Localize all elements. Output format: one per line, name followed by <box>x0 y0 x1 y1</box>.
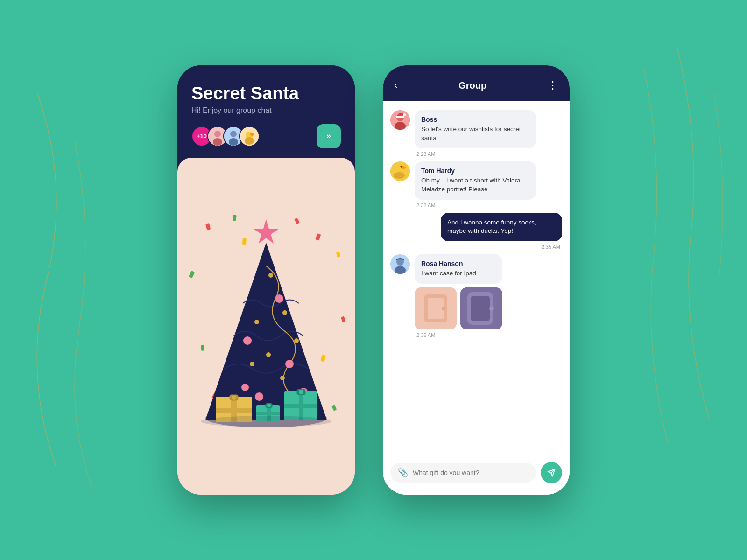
boss-avatar <box>390 110 410 130</box>
rosa-message-bubble: Rosa Hanson I want case for Ipad <box>415 254 502 284</box>
chat-input[interactable] <box>413 469 529 476</box>
message-group-boss: Boss So let's write our wishlists for se… <box>390 110 562 157</box>
left-phone-subtitle: Hi! Enjoy our group chat <box>191 106 341 115</box>
svg-rect-55 <box>284 404 317 408</box>
svg-point-31 <box>241 384 249 391</box>
svg-rect-49 <box>256 412 280 415</box>
svg-point-64 <box>403 113 406 116</box>
boss-message-time: 2:28 AM <box>415 151 536 157</box>
christmas-tree-area <box>177 158 355 495</box>
svg-point-5 <box>229 138 238 146</box>
svg-point-38 <box>250 362 254 366</box>
phones-container: Secret Santa Hi! Enjoy our group chat +1… <box>177 65 570 495</box>
svg-rect-18 <box>201 345 204 351</box>
svg-rect-63 <box>396 116 404 118</box>
svg-rect-43 <box>216 408 252 413</box>
chat-header: ‹ Group ⋮ <box>383 65 570 101</box>
chat-input-wrapper: 📎 <box>390 463 536 483</box>
my-message-content: And I wanna some funny socks, maybe with… <box>441 213 562 250</box>
svg-point-27 <box>243 336 252 345</box>
message-group-my: And I wanna some funny socks, maybe with… <box>390 213 562 250</box>
rosa-avatar <box>390 254 410 274</box>
tom-message-content: Tom Hardy Oh my... I want a t-short with… <box>415 161 536 208</box>
tom-message-time: 2:32 AM <box>415 203 536 208</box>
svg-point-8 <box>245 137 254 145</box>
attach-icon[interactable]: 📎 <box>398 468 408 478</box>
left-phone-title: Secret Santa <box>191 84 341 104</box>
message-group-tom: Tom Hardy Oh my... I want a t-short with… <box>390 161 562 208</box>
my-message-text: And I wanna some funny socks, maybe with… <box>447 218 556 236</box>
boss-sender-name: Boss <box>421 116 529 123</box>
svg-point-34 <box>254 320 259 324</box>
chat-input-area: 📎 <box>383 456 570 495</box>
boss-message-text: So let's write our wishlists for secret … <box>421 125 529 143</box>
image-preview-1[interactable] <box>415 287 457 329</box>
tom-message-text: Oh my... I want a t-short with Valera Me… <box>421 176 529 194</box>
svg-point-69 <box>401 166 402 167</box>
menu-button[interactable]: ⋮ <box>548 79 558 91</box>
rosa-message-content: Rosa Hanson I want case for Ipad <box>415 254 502 338</box>
svg-point-32 <box>268 273 273 278</box>
avatar-3 <box>239 126 260 147</box>
avatars-row: +10 <box>191 124 341 148</box>
svg-point-2 <box>213 138 222 146</box>
boss-message-content: Boss So let's write our wishlists for se… <box>415 110 536 157</box>
tom-sender-name: Tom Hardy <box>421 167 529 175</box>
svg-point-59 <box>201 416 331 427</box>
svg-point-70 <box>394 172 405 179</box>
boss-message-bubble: Boss So let's write our wishlists for se… <box>415 110 536 148</box>
svg-point-52 <box>267 404 271 407</box>
send-button[interactable] <box>541 462 562 483</box>
svg-point-77 <box>442 307 445 310</box>
left-phone: Secret Santa Hi! Enjoy our group chat +1… <box>177 65 355 495</box>
next-button[interactable]: » <box>317 124 341 148</box>
svg-point-46 <box>232 395 236 400</box>
back-button[interactable]: ‹ <box>394 79 397 91</box>
right-phone: ‹ Group ⋮ <box>383 65 570 495</box>
my-message-time: 2:35 AM <box>441 244 562 250</box>
rosa-message-text: I want case for Ipad <box>421 269 496 278</box>
send-icon <box>547 469 556 477</box>
tom-avatar <box>390 161 410 181</box>
tom-message-bubble: Tom Hardy Oh my... I want a t-short with… <box>415 161 536 200</box>
chat-title: Group <box>458 80 486 91</box>
svg-rect-80 <box>471 296 490 321</box>
chat-body: Boss So let's write our wishlists for se… <box>383 101 570 456</box>
avatars-group: +10 <box>191 126 260 147</box>
my-message-bubble: And I wanna some funny socks, maybe with… <box>441 213 562 242</box>
svg-point-26 <box>275 294 283 303</box>
svg-point-1 <box>214 131 221 137</box>
svg-point-68 <box>401 166 406 169</box>
svg-rect-21 <box>242 238 247 245</box>
svg-point-4 <box>230 131 237 137</box>
rosa-message-time: 2:36 AM <box>415 332 502 338</box>
image-preview-2[interactable] <box>460 287 502 329</box>
message-group-rosa: Rosa Hanson I want case for Ipad <box>390 254 562 338</box>
left-phone-header: Secret Santa Hi! Enjoy our group chat +1… <box>177 65 355 158</box>
svg-point-58 <box>299 390 303 394</box>
svg-point-29 <box>255 392 263 401</box>
svg-point-81 <box>489 306 494 311</box>
rosa-sender-name: Rosa Hanson <box>421 260 496 267</box>
svg-point-37 <box>280 376 285 380</box>
svg-point-36 <box>266 352 271 357</box>
rosa-image-previews <box>415 287 502 329</box>
svg-rect-76 <box>428 298 444 319</box>
svg-point-28 <box>285 360 294 368</box>
svg-point-9 <box>250 133 254 136</box>
svg-point-35 <box>294 338 299 343</box>
svg-point-33 <box>282 310 287 315</box>
